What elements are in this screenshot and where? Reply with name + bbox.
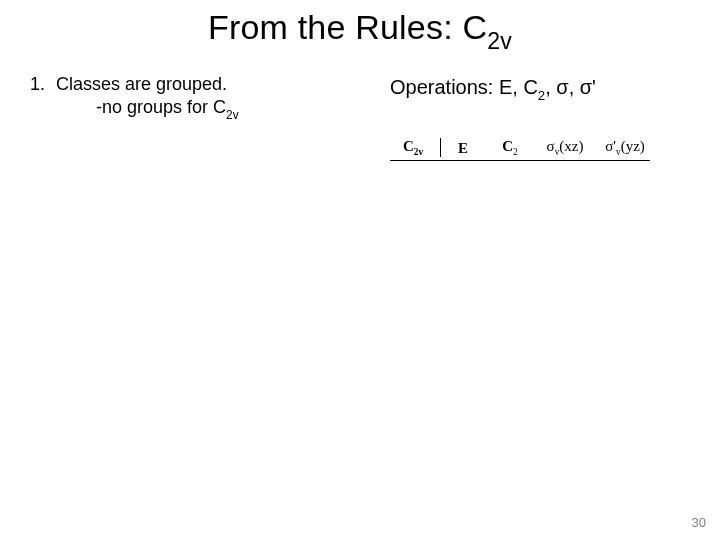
rule-text-line1: Classes are grouped. [56,74,360,95]
slide: From the Rules: C2v 1. Classes are group… [0,0,720,540]
table-col-sigma-v: σv(xz) [535,138,595,157]
operations-line: Operations: E, C2, σ, σ' [390,76,596,102]
rule-subline-text: -no groups for C [96,97,226,117]
table-head-pointgroup: C2v [390,138,441,157]
operations-pre: Operations: E, C [390,76,538,98]
table-col-e: E [441,140,485,157]
operations-post: , σ, σ' [545,76,596,98]
col-e-text: E [458,140,468,156]
page-number: 30 [692,515,706,530]
rule-item-1: 1. Classes are grouped. [30,74,360,95]
col-c2-sub: 2 [513,147,518,157]
slide-title: From the Rules: C2v [0,8,720,53]
rule-number: 1. [30,74,56,95]
title-text: From the Rules: C [208,8,487,46]
rule-list: 1. Classes are grouped. -no groups for C… [30,74,360,121]
pg-sub: 2v [414,147,423,157]
character-table: C2v E C2 σv(xz) σ'v(yz) [390,136,650,161]
operations-sub: 2 [538,88,545,103]
col-svp-par: (yz) [621,138,645,154]
col-svp-sym: σ' [605,138,616,154]
title-subscript: 2v [487,28,512,54]
rule-subline: -no groups for C2v [96,97,360,121]
col-sv-sym: σ [547,138,555,154]
rule-subline-subscript: 2v [226,108,239,122]
table-header-row: C2v E C2 σv(xz) σ'v(yz) [390,136,650,161]
col-sv-par: (xz) [559,138,583,154]
table-col-c2: C2 [485,138,535,157]
table-col-sigma-v-prime: σ'v(yz) [595,138,655,157]
col-c2-pre: C [502,138,513,154]
pg-pre: C [403,138,414,154]
